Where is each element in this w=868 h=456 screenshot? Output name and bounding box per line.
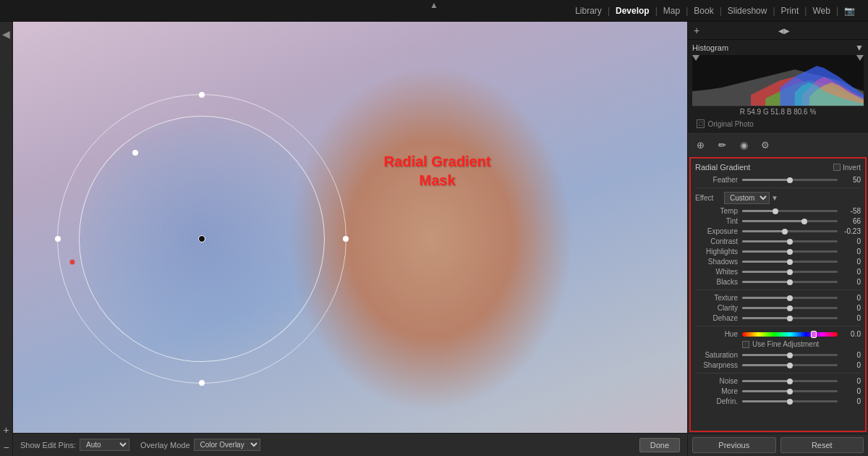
tint-value: 66 [838, 217, 861, 225]
tool-brush[interactable]: ✏ [714, 137, 730, 153]
control-point-top[interactable] [199, 92, 205, 98]
temp-track[interactable] [742, 210, 838, 212]
highlights-label: Highlights [695, 248, 742, 256]
hue-value: 0.0 [838, 330, 861, 338]
dehaze-track[interactable] [742, 317, 838, 319]
saturation-track[interactable] [742, 354, 838, 356]
whites-track[interactable] [742, 271, 838, 273]
histogram-title: Histogram [692, 43, 728, 52]
slider-row-whites: Whites 0 [695, 268, 861, 276]
panel-plus-icon[interactable]: + [691, 23, 702, 38]
done-button[interactable]: Done [639, 438, 680, 452]
divider-3 [695, 326, 861, 326]
shadows-label: Shadows [695, 258, 742, 266]
feather-track[interactable] [742, 179, 838, 181]
histogram-display [692, 55, 864, 106]
temp-value: -58 [838, 207, 861, 215]
clarity-label: Clarity [695, 304, 742, 312]
main-layout: ◀ + − [0, 22, 868, 456]
hue-track[interactable] [742, 332, 838, 337]
defrin.-label: Defrin. [695, 397, 742, 405]
feather-value: 50 [838, 176, 861, 184]
tool-target[interactable]: ⊕ [692, 137, 708, 153]
texture-track[interactable] [742, 297, 838, 299]
control-point-rotate[interactable] [69, 259, 75, 264]
slider-row-blacks: Blacks 0 [695, 278, 861, 286]
saturation-label: Saturation [695, 351, 742, 359]
exposure-track[interactable] [742, 230, 838, 232]
highlights-track[interactable] [742, 250, 838, 253]
overlay-mode-select[interactable]: Color Overlay [194, 439, 260, 451]
menu-print[interactable]: Print [775, 6, 805, 16]
menu-slideshow[interactable]: Slideshow [722, 6, 773, 16]
effect-label: Effect [695, 194, 724, 202]
tool-gear[interactable]: ⚙ [757, 137, 773, 153]
menu-map[interactable]: Map [658, 6, 686, 16]
blacks-track[interactable] [742, 281, 838, 283]
contrast-track[interactable] [742, 240, 838, 242]
slider-row-saturation: Saturation 0 [695, 351, 861, 359]
more-value: 0 [838, 387, 861, 395]
previous-button[interactable]: Previous [692, 437, 776, 453]
blacks-value: 0 [838, 278, 861, 286]
divider-2 [695, 290, 861, 290]
control-point-upper-left[interactable] [132, 150, 138, 156]
overlay-mode-label: Overlay Mode [140, 441, 190, 449]
highlights-value: 0 [838, 248, 861, 256]
menu-library[interactable]: Library [569, 6, 608, 16]
use-fine-checkbox[interactable] [742, 341, 749, 348]
menu-develop[interactable]: Develop [610, 6, 655, 16]
noise-value: 0 [838, 377, 861, 385]
slider-row-dehaze: Dehaze 0 [695, 314, 861, 322]
texture-value: 0 [838, 294, 861, 302]
rgb-readout: R 54.9 G 51.8 B 80.6 % [692, 106, 864, 117]
menu-web[interactable]: Web [807, 6, 835, 16]
contrast-label: Contrast [695, 237, 742, 245]
top-menu-bar: ▲ Library | Develop | Map | Book | Slide… [0, 0, 868, 22]
tool-eye[interactable]: ◉ [736, 137, 752, 153]
left-expand-icon[interactable]: ◀ [0, 25, 12, 43]
histogram-expand-icon[interactable]: ▼ [855, 43, 864, 53]
right-panel: + ◀▶ Histogram ▼ [687, 22, 868, 456]
control-point-left[interactable] [55, 236, 61, 242]
contrast-value: 0 [838, 237, 861, 245]
sharpness-track[interactable] [742, 364, 838, 366]
invert-checkbox[interactable] [833, 164, 841, 171]
use-fine-label: Use Fine Adjustment [752, 340, 819, 348]
left-add-icon[interactable]: + [0, 421, 12, 439]
slider-row-clarity: Clarity 0 [695, 304, 861, 312]
hue-label: Hue [695, 330, 742, 338]
defrin.-value: 0 [838, 397, 861, 405]
bottom-action-buttons: Previous Reset [688, 434, 868, 456]
control-point-right[interactable] [343, 236, 349, 242]
feather-label: Feather [695, 176, 742, 184]
more-track[interactable] [742, 390, 838, 392]
noise-track[interactable] [742, 380, 838, 382]
reset-button[interactable]: Reset [780, 437, 864, 453]
invert-option: Invert [833, 164, 861, 172]
histogram-svg [692, 55, 864, 106]
left-sidebar: ◀ + − [0, 22, 13, 456]
menu-book[interactable]: Book [688, 6, 719, 16]
camera-icon: 📷 [838, 6, 861, 16]
auto-select[interactable]: Auto Always Never Selected [80, 439, 129, 451]
effect-select[interactable]: Custom [724, 192, 770, 204]
nav-arrow: ▲ [430, 0, 438, 10]
rg-title: Radial Gradient [695, 163, 750, 172]
tint-label: Tint [695, 217, 742, 225]
panel-collapse-arrows[interactable]: ◀▶ [702, 27, 865, 35]
shadows-track[interactable] [742, 261, 838, 263]
center-photo-area: Radial GradientMask Show Edit Pins: Auto… [13, 22, 687, 456]
slider-row-noise: Noise 0 [695, 377, 861, 385]
defrin.-track[interactable] [742, 400, 838, 402]
slider-row-temp: Temp -58 [695, 207, 861, 215]
clarity-track[interactable] [742, 307, 838, 309]
photo-background: Radial GradientMask [13, 22, 687, 456]
left-remove-icon[interactable]: − [0, 439, 12, 456]
tint-track[interactable] [742, 220, 838, 222]
slider-row-sharpness: Sharpness 0 [695, 361, 861, 369]
checkbox-original[interactable]: □ [697, 119, 705, 128]
control-point-bottom[interactable] [199, 380, 205, 386]
whites-label: Whites [695, 268, 742, 276]
control-point-center[interactable] [198, 235, 205, 242]
